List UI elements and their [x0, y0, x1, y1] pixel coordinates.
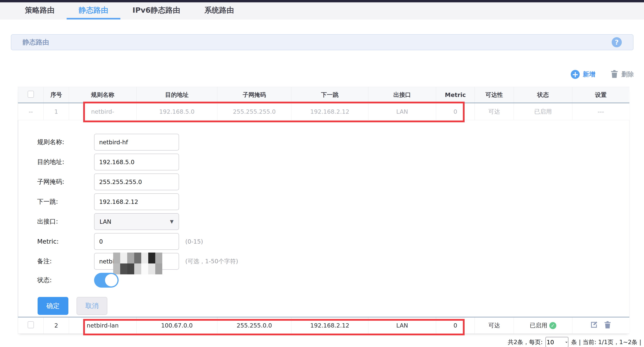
destination-label: 目的地址: [37, 158, 94, 166]
col-header-destination: 目的地址 [136, 87, 218, 103]
pagination: 共2条，每页: 10 条 | 当前: 1/1页，1~2条 | [0, 337, 644, 347]
delete-button[interactable]: 删除 [610, 70, 634, 79]
tab-bar: 策略路由 静态路由 IPv6静态路由 系统路由 [0, 2, 644, 19]
pagination-current-text: 条 | 当前: 1/1页，1~2条 | [571, 338, 641, 346]
metric-input[interactable] [94, 233, 179, 250]
delete-row-icon[interactable] [604, 321, 612, 329]
edit-icon[interactable] [590, 321, 598, 329]
toggle-knob [105, 274, 118, 287]
confirm-button[interactable]: 确定 [38, 297, 68, 315]
subnet-mask-input[interactable] [94, 173, 179, 190]
edit-form: 规则名称: 目的地址: 子网掩码: 下一跳: [18, 120, 629, 317]
row2-index: 2 [44, 317, 69, 334]
remark-label: 备注: [37, 257, 94, 266]
section-header: 静态路由 ? [11, 34, 634, 50]
table-toolbar: + 新增 删除 [0, 69, 634, 80]
next-hop-label: 下一跳: [37, 197, 94, 206]
pagination-total-text: 共2条，每页: [508, 338, 543, 346]
select-all-checkbox[interactable] [28, 91, 34, 98]
next-hop-input[interactable] [94, 193, 179, 210]
edit-form-row: 规则名称: 目的地址: 子网掩码: 下一跳: [18, 120, 630, 317]
annotation-rect-row1 [83, 102, 464, 122]
subnet-mask-label: 子网掩码: [37, 178, 94, 186]
metric-label: Metric: [37, 238, 94, 245]
col-header-settings: 设置 [572, 87, 630, 103]
add-button-label: 新增 [583, 70, 595, 79]
plus-icon: + [571, 70, 580, 79]
col-header-reachability: 可达性 [475, 87, 514, 103]
enabled-check-icon: ✓ [549, 322, 556, 329]
tab-policy-route[interactable]: 策略路由 [13, 2, 66, 19]
window-top-bar [0, 0, 644, 2]
routes-table: 序号 规则名称 目的地址 子网掩码 下一跳 出接口 Metric 可达性 状态 … [18, 87, 629, 334]
metric-hint: (0-15) [185, 238, 203, 245]
rule-name-input[interactable] [94, 134, 179, 151]
col-header-interface: 出接口 [368, 87, 436, 103]
tab-static-route[interactable]: 静态路由 [66, 2, 120, 19]
col-header-subnet-mask: 子网掩码 [218, 87, 292, 103]
status-toggle[interactable] [94, 273, 119, 288]
cancel-button[interactable]: 取消 [76, 297, 107, 315]
per-page-select[interactable]: 10 [546, 337, 568, 347]
remark-hint: (可选，1-50个字符) [185, 257, 238, 265]
status-label: 状态: [37, 276, 94, 285]
row1-index: 1 [44, 103, 69, 120]
interface-select[interactable]: LAN ▼ [94, 213, 179, 230]
interface-label: 出接口: [37, 217, 94, 226]
row1-reachability: 可达 [475, 103, 514, 120]
table-header-row: 序号 规则名称 目的地址 子网掩码 下一跳 出接口 Metric 可达性 状态 … [18, 87, 630, 103]
delete-button-label: 删除 [622, 70, 634, 79]
col-header-next-hop: 下一跳 [292, 87, 368, 103]
annotation-rect-row2 [83, 319, 464, 335]
col-header-rule-name: 规则名称 [69, 87, 136, 103]
row2-checkbox[interactable] [28, 321, 34, 328]
help-icon[interactable]: ? [612, 37, 622, 47]
tab-ipv6-static-route[interactable]: IPv6静态路由 [120, 2, 192, 19]
trash-icon [610, 70, 618, 79]
row1-status: 已启用 [514, 103, 572, 120]
interface-select-value: LAN [100, 218, 111, 225]
col-header-status: 状态 [514, 87, 572, 103]
row1-settings: --- [572, 103, 630, 120]
row2-reachability: 可达 [475, 317, 514, 334]
col-header-metric: Metric [436, 87, 475, 103]
tab-system-route[interactable]: 系统路由 [192, 2, 246, 19]
redaction-mosaic [113, 253, 162, 274]
add-button[interactable]: + 新增 [571, 70, 595, 79]
row1-select-placeholder: -- [18, 103, 44, 120]
rule-name-label: 规则名称: [37, 138, 94, 146]
chevron-down-icon: ▼ [170, 219, 174, 224]
col-header-index: 序号 [44, 87, 69, 103]
section-title: 静态路由 [22, 38, 49, 47]
destination-input[interactable] [94, 154, 179, 170]
row2-status: 已启用 [530, 322, 548, 330]
